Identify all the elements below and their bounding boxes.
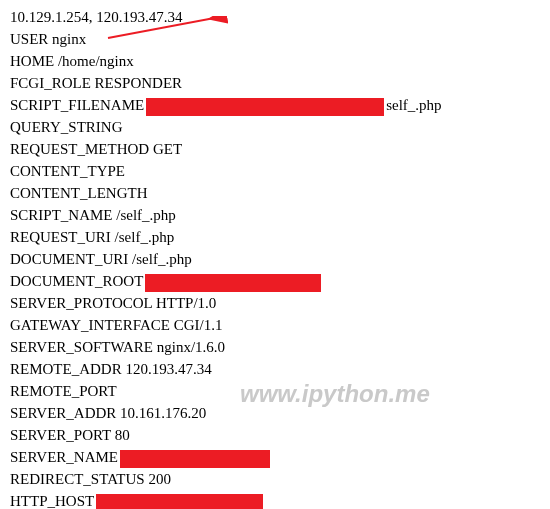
- env-text: FCGI_ROLE RESPONDER: [10, 75, 182, 91]
- env-text: DOCUMENT_URI /self_.php: [10, 251, 192, 267]
- env-value-suffix: self_.php: [386, 97, 441, 113]
- env-text: SCRIPT_NAME /self_.php: [10, 207, 176, 223]
- env-line: QUERY_STRING: [10, 116, 540, 138]
- env-line: REMOTE_ADDR 120.193.47.34: [10, 358, 540, 380]
- env-key: HTTP_HOST: [10, 493, 94, 509]
- env-line: REQUEST_METHOD GET: [10, 138, 540, 160]
- env-line: DOCUMENT_URI /self_.php: [10, 248, 540, 270]
- env-line: SERVER_ADDR 10.161.176.20: [10, 402, 540, 424]
- redacted-block: [145, 274, 321, 292]
- env-line: SCRIPT_NAME /self_.php: [10, 204, 540, 226]
- env-line: HOME /home/nginx: [10, 50, 540, 72]
- env-line: REDIRECT_STATUS 200: [10, 468, 540, 490]
- env-text: HOME /home/nginx: [10, 53, 134, 69]
- env-text: SERVER_SOFTWARE nginx/1.6.0: [10, 339, 225, 355]
- env-text: REQUEST_URI /self_.php: [10, 229, 174, 245]
- env-key: SERVER_NAME: [10, 449, 118, 465]
- env-text: QUERY_STRING: [10, 119, 123, 135]
- env-line: SERVER_SOFTWARE nginx/1.6.0: [10, 336, 540, 358]
- env-text: SERVER_ADDR 10.161.176.20: [10, 405, 206, 421]
- env-line: DOCUMENT_ROOT: [10, 270, 540, 292]
- env-line: 10.129.1.254, 120.193.47.34: [10, 6, 540, 28]
- env-line: CONTENT_LENGTH: [10, 182, 540, 204]
- env-text: SERVER_PORT 80: [10, 427, 130, 443]
- env-line: HTTP_HOST: [10, 490, 540, 509]
- env-text: REQUEST_METHOD GET: [10, 141, 182, 157]
- redacted-block: [146, 98, 384, 116]
- env-text: REMOTE_PORT: [10, 383, 117, 399]
- env-text: REDIRECT_STATUS 200: [10, 471, 171, 487]
- env-line: USER nginx: [10, 28, 540, 50]
- env-line: SERVER_PROTOCOL HTTP/1.0: [10, 292, 540, 314]
- env-text: CONTENT_TYPE: [10, 163, 125, 179]
- env-key: SCRIPT_FILENAME: [10, 97, 144, 113]
- env-text: CONTENT_LENGTH: [10, 185, 147, 201]
- env-text: 10.129.1.254, 120.193.47.34: [10, 9, 183, 25]
- env-line: SERVER_NAME: [10, 446, 540, 468]
- env-line: SCRIPT_FILENAMEself_.php: [10, 94, 540, 116]
- env-text: REMOTE_ADDR 120.193.47.34: [10, 361, 212, 377]
- redacted-block: [96, 494, 263, 509]
- env-text: SERVER_PROTOCOL HTTP/1.0: [10, 295, 216, 311]
- env-line: GATEWAY_INTERFACE CGI/1.1: [10, 314, 540, 336]
- env-key: DOCUMENT_ROOT: [10, 273, 143, 289]
- env-line: FCGI_ROLE RESPONDER: [10, 72, 540, 94]
- env-line: REMOTE_PORT: [10, 380, 540, 402]
- env-line: CONTENT_TYPE: [10, 160, 540, 182]
- env-line: REQUEST_URI /self_.php: [10, 226, 540, 248]
- env-text: GATEWAY_INTERFACE CGI/1.1: [10, 317, 223, 333]
- redacted-block: [120, 450, 270, 468]
- env-text: USER nginx: [10, 31, 86, 47]
- env-line: SERVER_PORT 80: [10, 424, 540, 446]
